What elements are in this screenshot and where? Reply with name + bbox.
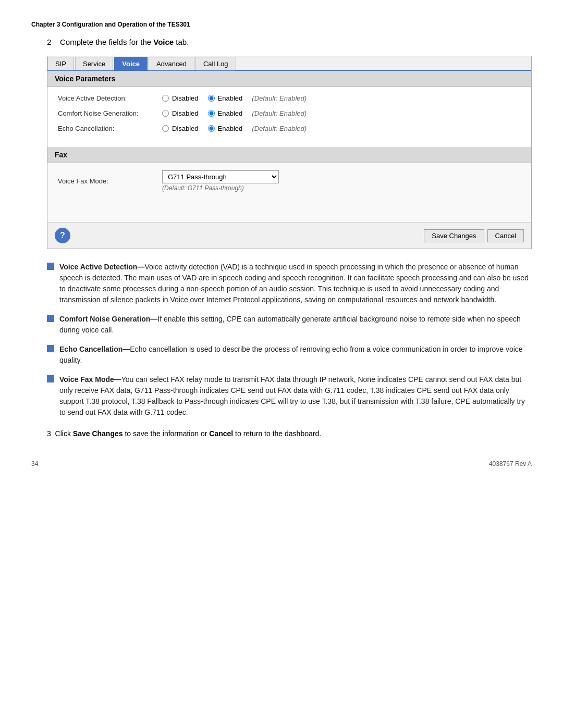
desc-term-cng: Comfort Noise Generation—: [59, 315, 157, 323]
desc-text-ec: Echo Cancellation—Echo cancellation is u…: [59, 344, 532, 366]
echo-cancellation-disabled-group: Disabled: [162, 125, 199, 132]
help-icon[interactable]: ?: [55, 228, 70, 243]
tab-panel: SIP Service Voice Advanced Call Log Voic…: [47, 56, 532, 249]
echo-cancellation-row: Echo Cancellation: Disabled Enabled (Def…: [58, 125, 521, 132]
comfort-noise-disabled-group: Disabled: [162, 109, 199, 117]
desc-term-ec: Echo Cancellation—: [59, 345, 130, 353]
page-number: 34: [31, 460, 38, 467]
tab-service[interactable]: Service: [75, 57, 113, 70]
voice-active-detection-enabled-group: Enabled: [208, 94, 243, 102]
step2-bold: Voice: [153, 38, 174, 46]
step3-bold1: Save Changes: [73, 429, 123, 438]
step2-suffix: tab.: [174, 38, 189, 46]
fax-mode-select-wrap: G711 Pass-through None T.38 T.38 Fallbac…: [162, 170, 279, 192]
step2-instruction: 2 Complete the fields for the Voice tab.: [47, 38, 532, 46]
step2-number: 2: [47, 38, 51, 46]
vad-disabled-radio[interactable]: [162, 95, 169, 102]
cng-disabled-label: Disabled: [172, 109, 199, 117]
desc-item-fax-mode: Voice Fax Mode—You can select FAX relay …: [47, 374, 532, 418]
fax-header: Fax: [47, 147, 531, 163]
descriptions-list: Voice Active Detection—Voice activity de…: [47, 262, 532, 418]
desc-text-fax-mode: Voice Fax Mode—You can select FAX relay …: [59, 374, 532, 418]
fax-section: Voice Fax Mode: G711 Pass-through None T…: [47, 163, 531, 222]
tab-advanced[interactable]: Advanced: [149, 57, 194, 70]
voice-parameters-section: Voice Active Detection: Disabled Enabled…: [47, 87, 531, 147]
step2-text: Complete the fields for the: [60, 38, 153, 46]
fax-mode-label: Voice Fax Mode:: [58, 177, 162, 185]
chapter-title: Chapter 3 Configuration and Operation of…: [31, 21, 532, 28]
cng-enabled-label: Enabled: [218, 109, 243, 117]
footer-buttons: Save Changes Cancel: [424, 229, 524, 242]
comfort-noise-row: Comfort Noise Generation: Disabled Enabl…: [58, 109, 521, 117]
desc-text-cng: Comfort Noise Generation—If enable this …: [59, 314, 532, 336]
voice-active-detection-label: Voice Active Detection:: [58, 94, 162, 102]
cancel-button[interactable]: Cancel: [487, 229, 524, 242]
vad-default: (Default: Enabled): [252, 94, 307, 102]
vad-enabled-radio[interactable]: [208, 95, 215, 102]
ec-disabled-radio[interactable]: [162, 125, 169, 132]
panel-footer: ? Save Changes Cancel: [47, 222, 531, 249]
voice-active-detection-row: Voice Active Detection: Disabled Enabled…: [58, 94, 521, 102]
desc-term-fax-mode: Voice Fax Mode—: [59, 375, 121, 384]
voice-parameters-header: Voice Parameters: [47, 71, 531, 87]
tab-sip[interactable]: SIP: [47, 57, 74, 70]
tab-call-log[interactable]: Call Log: [195, 57, 236, 70]
doc-number: 4038767 Rev A: [489, 460, 532, 467]
vad-enabled-label: Enabled: [218, 94, 243, 102]
step3-bold2: Cancel: [209, 429, 233, 438]
fax-mode-select[interactable]: G711 Pass-through None T.38 T.38 Fallbac…: [162, 170, 279, 183]
desc-item-ec: Echo Cancellation—Echo cancellation is u…: [47, 344, 532, 366]
comfort-noise-label: Comfort Noise Generation:: [58, 109, 162, 117]
tab-voice[interactable]: Voice: [114, 57, 148, 70]
desc-term-vad: Voice Active Detection—: [59, 263, 144, 271]
cng-enabled-radio[interactable]: [208, 110, 215, 117]
desc-item-cng: Comfort Noise Generation—If enable this …: [47, 314, 532, 336]
ec-enabled-radio[interactable]: [208, 125, 215, 132]
page-footer: 34 4038767 Rev A: [31, 460, 532, 467]
bullet-cng: [47, 315, 54, 322]
bullet-vad: [47, 263, 54, 270]
save-changes-button[interactable]: Save Changes: [424, 229, 484, 242]
step3-number: 3: [47, 429, 51, 438]
voice-active-detection-disabled-group: Disabled: [162, 94, 199, 102]
desc-text-vad: Voice Active Detection—Voice activity de…: [59, 262, 532, 305]
fax-mode-default: (Default: G711 Pass-through): [162, 184, 279, 192]
fax-mode-row: Voice Fax Mode: G711 Pass-through None T…: [58, 170, 521, 192]
vad-disabled-label: Disabled: [172, 94, 199, 102]
desc-item-vad: Voice Active Detection—Voice activity de…: [47, 262, 532, 305]
ec-default: (Default: Enabled): [252, 125, 307, 132]
ec-disabled-label: Disabled: [172, 125, 199, 132]
step3-instruction: 3 Click Save Changes to save the informa…: [47, 428, 532, 439]
bullet-fax-mode: [47, 375, 54, 382]
echo-cancellation-enabled-group: Enabled: [208, 125, 243, 132]
cng-disabled-radio[interactable]: [162, 110, 169, 117]
cng-default: (Default: Enabled): [252, 109, 307, 117]
tab-bar: SIP Service Voice Advanced Call Log: [47, 56, 531, 71]
ec-enabled-label: Enabled: [218, 125, 243, 132]
tab-content-voice: Voice Parameters Voice Active Detection:…: [47, 71, 531, 249]
bullet-ec: [47, 345, 54, 352]
comfort-noise-enabled-group: Enabled: [208, 109, 243, 117]
echo-cancellation-label: Echo Cancellation:: [58, 125, 162, 132]
